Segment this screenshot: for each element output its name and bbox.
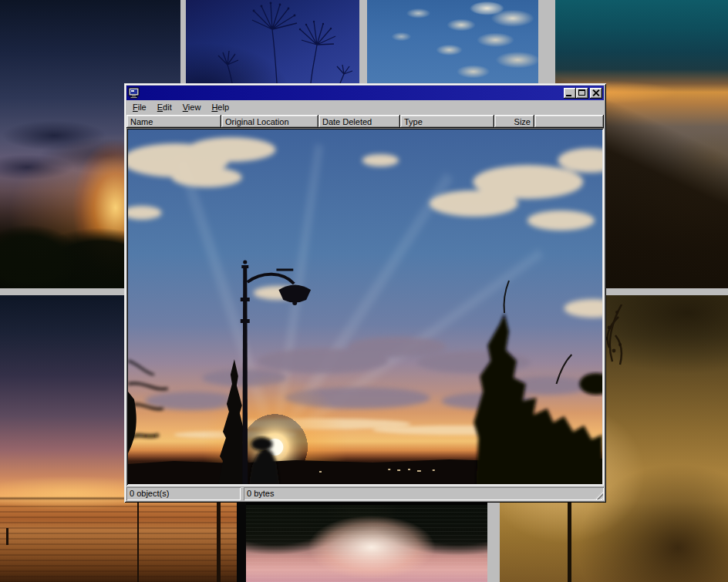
- lake-ripples: [0, 502, 237, 582]
- plant-silhouette-art: [186, 0, 359, 83]
- list-column-headers: Name Original Location Date Deleted Type…: [126, 115, 604, 128]
- column-header-name[interactable]: Name: [126, 115, 221, 128]
- menu-bar: File Edit View Help: [126, 100, 604, 115]
- menu-help[interactable]: Help: [206, 101, 234, 114]
- column-header-original-location[interactable]: Original Location: [221, 115, 318, 128]
- status-bytes: 0 bytes: [244, 487, 604, 500]
- minimize-icon: [566, 95, 571, 96]
- close-button[interactable]: [590, 88, 602, 99]
- bg-photo-blue-sky-clouds: [367, 0, 538, 83]
- menu-view[interactable]: View: [177, 101, 207, 114]
- close-icon: [592, 89, 599, 96]
- recycle-bin-window: File Edit View Help Name Original Locati…: [124, 83, 606, 503]
- list-view-area[interactable]: [126, 128, 604, 486]
- status-object-count: 0 object(s): [126, 487, 241, 500]
- column-header-type[interactable]: Type: [400, 115, 494, 128]
- menu-file[interactable]: File: [127, 101, 152, 114]
- menu-edit[interactable]: Edit: [152, 101, 177, 114]
- minimize-button[interactable]: [564, 88, 576, 99]
- window-controls: [564, 88, 602, 99]
- maximize-button[interactable]: [576, 88, 588, 99]
- column-header-date-deleted[interactable]: Date Deleted: [318, 115, 400, 128]
- bg-photo-water-reflection: [246, 505, 487, 582]
- photo-sunset-streetlamp: [128, 130, 602, 484]
- column-header-filler: [534, 115, 604, 128]
- bg-photo-plant-silhouette: [186, 0, 359, 83]
- maximize-icon: [578, 89, 585, 96]
- lake-pole: [6, 528, 8, 545]
- column-header-size[interactable]: Size: [494, 115, 534, 128]
- computer-icon[interactable]: [128, 87, 140, 99]
- status-bar: 0 object(s) 0 bytes: [126, 486, 604, 500]
- window-titlebar[interactable]: [126, 86, 604, 100]
